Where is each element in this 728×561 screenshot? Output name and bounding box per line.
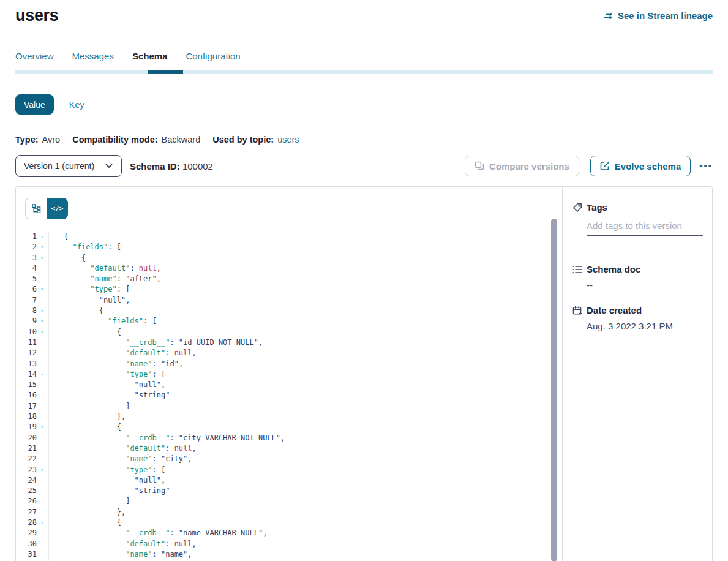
fold-arrow-icon[interactable]: ▾: [37, 284, 48, 295]
date-created-section: Date created Aug. 3 2022 3:21 PM: [572, 305, 704, 331]
code-text[interactable]: {: [49, 422, 121, 432]
compare-versions-button[interactable]: Compare versions: [465, 156, 579, 176]
code-text[interactable]: {: [49, 253, 86, 263]
code-text[interactable]: "default": null,: [49, 443, 197, 454]
code-line: 27 },: [16, 507, 562, 518]
line-number: 17: [16, 401, 37, 412]
code-text[interactable]: {: [49, 518, 121, 528]
code-text[interactable]: "name": "id",: [49, 359, 183, 369]
line-number: 14: [16, 369, 37, 380]
code-line: 25 "string": [16, 486, 562, 496]
line-number: 15: [16, 380, 37, 390]
line-number: 29: [16, 528, 37, 538]
code-line: 29 "__crdb__": "name VARCHAR NULL",: [16, 528, 562, 538]
line-number: 4: [16, 263, 37, 274]
fold-arrow-icon[interactable]: ▾: [37, 316, 48, 326]
code-line: 2▾ "fields": [: [16, 242, 562, 252]
topic-link[interactable]: users: [277, 135, 299, 145]
fold-arrow-icon[interactable]: ▾: [37, 232, 48, 242]
evolve-schema-button[interactable]: Evolve schema: [590, 156, 691, 176]
code-text[interactable]: "default": null,: [49, 539, 197, 549]
tab-overview[interactable]: Overview: [15, 51, 54, 70]
more-actions-button[interactable]: •••: [699, 163, 713, 169]
code-text[interactable]: "string": [49, 486, 170, 496]
code-text[interactable]: "string": [49, 390, 170, 401]
fold-arrow-icon[interactable]: ▾: [37, 465, 48, 475]
code-text[interactable]: "null",: [49, 380, 165, 390]
line-number: 8: [16, 306, 37, 316]
code-line: 7 "null",: [16, 295, 562, 306]
line-number: 3: [16, 253, 37, 263]
add-tags-input[interactable]: [587, 220, 703, 236]
code-text[interactable]: "type": [: [49, 369, 165, 380]
line-number: 30: [16, 539, 37, 549]
tab-schema[interactable]: Schema: [132, 51, 168, 70]
code-text[interactable]: "fields": [: [49, 316, 157, 326]
code-text[interactable]: },: [49, 507, 126, 518]
code-text[interactable]: {: [49, 327, 121, 337]
code-line: 30 "default": null,: [16, 539, 562, 549]
code-text[interactable]: "null",: [49, 475, 165, 486]
line-number: 21: [16, 443, 37, 454]
code-text[interactable]: "type": [: [49, 465, 165, 475]
editor-scrollbar-thumb[interactable]: [551, 219, 557, 561]
code-text[interactable]: "name": "after",: [49, 274, 161, 284]
code-text[interactable]: {: [49, 232, 68, 242]
date-created-heading: Date created: [587, 305, 642, 315]
code-text[interactable]: "name": "name",: [49, 549, 192, 560]
used-by-topic-label: Used by topic:: [212, 135, 274, 145]
tab-configuration[interactable]: Configuration: [186, 51, 240, 70]
code-text[interactable]: ]: [49, 401, 130, 412]
code-line: 22 "name": "city",: [16, 454, 562, 464]
tree-view-icon: [31, 204, 41, 214]
code-text[interactable]: ]: [49, 496, 130, 506]
code-text[interactable]: "type": [: [49, 284, 130, 295]
tree-view-toggle[interactable]: [25, 198, 47, 219]
line-number: 9: [16, 316, 37, 326]
code-line: 8▾ {: [16, 306, 562, 316]
code-text[interactable]: "__crdb__": "name VARCHAR NULL",: [49, 528, 267, 538]
line-number: 19: [16, 422, 37, 432]
editor-toolbar: </>: [16, 187, 562, 219]
compare-versions-label: Compare versions: [489, 161, 569, 171]
schema-editor: </> 1▾{2▾ "fields": [3▾ {4 "default": nu…: [16, 187, 563, 561]
code-text[interactable]: "fields": [: [49, 242, 121, 252]
compatibility-label: Compatibility mode:: [72, 135, 157, 145]
evolve-schema-icon: [600, 161, 610, 171]
code-line: 1▾{: [16, 232, 562, 242]
code-text[interactable]: {: [49, 306, 103, 316]
fold-arrow-icon[interactable]: ▾: [37, 242, 48, 252]
version-bar: Version 1 (current) Schema ID: 100002 Co…: [15, 155, 713, 177]
line-number: 13: [16, 359, 37, 369]
code-text[interactable]: },: [49, 412, 126, 422]
code-text[interactable]: "name": "city",: [49, 454, 192, 464]
fold-arrow-icon[interactable]: ▾: [37, 422, 48, 432]
fold-arrow-icon[interactable]: ▾: [37, 253, 48, 263]
fold-arrow-icon[interactable]: ▾: [37, 369, 48, 380]
code-line: 11 "__crdb__": "id UUID NOT NULL",: [16, 337, 562, 348]
key-toggle-button[interactable]: Key: [69, 100, 84, 110]
tab-bar: Overview Messages Schema Configuration: [15, 51, 713, 74]
fold-arrow-icon[interactable]: ▾: [37, 306, 48, 316]
tab-messages[interactable]: Messages: [72, 51, 114, 70]
code-text[interactable]: "default": null,: [49, 348, 197, 358]
code-line: 26 ]: [16, 496, 562, 506]
stream-lineage-label: See in Stream lineage: [618, 10, 713, 21]
fold-arrow-icon[interactable]: ▾: [37, 327, 48, 337]
code-line: 24 "null",: [16, 475, 562, 486]
type-label: Type:: [15, 135, 39, 145]
line-number: 20: [16, 433, 37, 443]
line-number: 28: [16, 518, 37, 528]
fold-arrow-icon[interactable]: ▾: [37, 518, 48, 528]
code-text[interactable]: "__crdb__": "city VARCHAR NOT NULL",: [49, 433, 285, 443]
code-text[interactable]: "__crdb__": "id UUID NOT NULL",: [49, 337, 263, 348]
code-text[interactable]: "null",: [49, 295, 130, 306]
value-toggle-button[interactable]: Value: [15, 94, 54, 115]
version-select[interactable]: Version 1 (current): [15, 155, 122, 177]
code-view-toggle[interactable]: </>: [47, 198, 68, 219]
line-number: 22: [16, 454, 37, 464]
code-line: 19▾ {: [16, 422, 562, 432]
stream-lineage-link[interactable]: See in Stream lineage: [604, 10, 713, 21]
code-line: 6▾ "type": [: [16, 284, 562, 295]
code-text[interactable]: "default": null,: [49, 263, 161, 274]
